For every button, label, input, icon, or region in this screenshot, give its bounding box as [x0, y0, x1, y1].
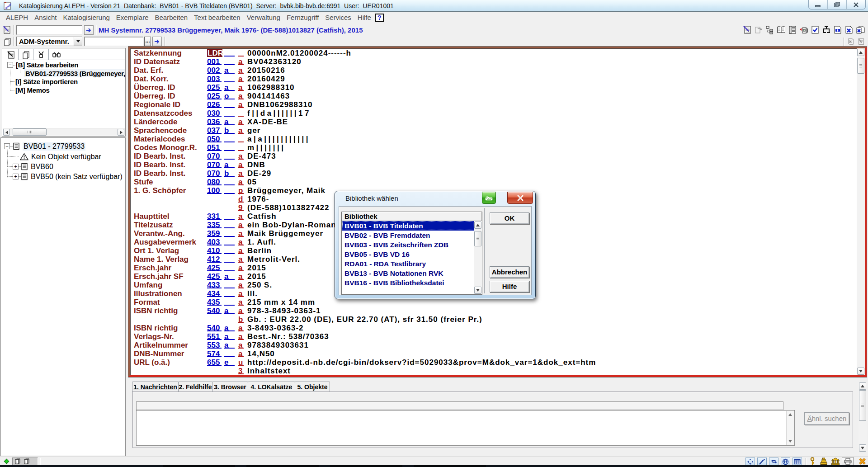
menu-fernzugriff[interactable]: Fernzugriff	[283, 12, 322, 23]
go-button[interactable]	[84, 25, 94, 35]
library-list-item[interactable]: BVB13 - BVB Notationen RVK	[342, 269, 474, 278]
field-indicator[interactable]: o	[224, 92, 235, 99]
subfield-code[interactable]: a	[238, 289, 244, 297]
subfield-code[interactable]	[238, 143, 244, 151]
subfield-code[interactable]: p	[238, 186, 244, 194]
field-indicator[interactable]: a	[224, 83, 235, 91]
field-tag[interactable]: 051	[207, 143, 222, 151]
menu-services[interactable]: Services	[322, 12, 354, 23]
subfield-code[interactable]: a	[238, 83, 244, 91]
field-indicator[interactable]: a	[224, 324, 235, 331]
overview-hscrollbar[interactable]	[3, 128, 125, 136]
field-tag[interactable]: 080	[207, 178, 222, 185]
list-scrollbar[interactable]	[474, 221, 482, 294]
swap-view-icon[interactable]	[769, 458, 778, 466]
field-indicator[interactable]	[224, 221, 235, 228]
field-tag[interactable]: 335	[207, 221, 222, 228]
field-indicator[interactable]: a	[224, 160, 235, 168]
subfield-code[interactable]: a	[238, 221, 244, 228]
menu-exemplare[interactable]: Exemplare	[113, 12, 152, 23]
field-tag[interactable]: 036	[207, 118, 222, 125]
tree-item[interactable]: + BVB50 (kein Satz verfügbar)	[13, 172, 123, 181]
editor-row[interactable]: ID Bearb. Inst.070aaDNB	[130, 160, 857, 169]
field-value[interactable]: Metrolit-Verl.	[247, 255, 300, 264]
field-value[interactable]: 1976-	[247, 195, 269, 203]
push-record-icon[interactable]	[799, 25, 809, 35]
editor-row[interactable]: Artikelnummer553aa9783849303631	[130, 341, 857, 349]
field-tag[interactable]: LDR	[207, 49, 222, 57]
field-tag[interactable]: 002	[207, 66, 222, 74]
editor-row[interactable]: bGb. : EUR 22.00 (DE), EUR 22.70 (AT), s…	[130, 315, 857, 324]
collapse-icon[interactable]: −	[7, 62, 13, 68]
field-value[interactable]: 215 mm x 14 mm	[247, 298, 315, 307]
adm-input[interactable]	[84, 37, 143, 46]
field-value[interactable]: BV042363120	[247, 57, 302, 66]
menu-text-bearbeiten[interactable]: Text bearbeiten	[191, 12, 244, 23]
scroll-up-button[interactable]	[474, 222, 481, 229]
field-tag[interactable]: 025	[207, 83, 222, 91]
field-value[interactable]: ein Bob-Dylan-Roman	[247, 221, 336, 229]
delete-record-icon[interactable]	[844, 25, 854, 35]
printer-button[interactable]	[842, 457, 854, 466]
field-value[interactable]: DE-473	[247, 152, 276, 160]
field-tag[interactable]: 425	[207, 264, 222, 271]
field-value[interactable]: Brüggemeyer, Maik	[247, 186, 326, 195]
menu-ansicht[interactable]: Ansicht	[31, 12, 60, 23]
field-tag[interactable]: 551	[207, 332, 222, 340]
field-indicator[interactable]: b	[224, 169, 235, 177]
field-tag[interactable]: 100	[207, 186, 222, 194]
field-tag[interactable]: 001	[207, 57, 222, 65]
field-indicator[interactable]: a	[224, 307, 235, 314]
field-value[interactable]: 00000nM2.01200024------h	[247, 49, 351, 57]
scroll-thumb[interactable]	[13, 128, 47, 136]
bottom-tab-4[interactable]: 4. LOKalsätze	[248, 382, 295, 392]
subfield-code[interactable]: a	[238, 349, 244, 357]
marc-edit-icon[interactable]	[757, 458, 767, 466]
field-indicator[interactable]	[224, 75, 235, 82]
library-list-item[interactable]: BVB03 - BVB Zeitschriften ZDB	[342, 240, 474, 250]
field-indicator[interactable]	[224, 186, 235, 194]
subfield-code[interactable]: a	[238, 169, 244, 177]
menu-hilfe[interactable]: Hilfe	[354, 12, 374, 23]
expand-icon[interactable]: +	[13, 174, 19, 179]
editor-row[interactable]: ID Bearb. Inst.070baDE-29	[130, 169, 857, 178]
field-indicator[interactable]	[224, 109, 235, 117]
field-value[interactable]: f||da||||||17	[247, 109, 311, 118]
subfield-code[interactable]: a	[238, 272, 244, 280]
expand-icon[interactable]: +	[13, 164, 19, 170]
subfield-code[interactable]: a	[238, 152, 244, 160]
menu-bearbeiten[interactable]: Bearbeiten	[152, 12, 191, 23]
subfield-code[interactable]: a	[238, 160, 244, 168]
field-value[interactable]: 9783849303631	[247, 341, 309, 349]
bottom-tab-5[interactable]: 5. Objekte	[295, 382, 330, 392]
field-value[interactable]: DNB1062988310	[247, 100, 312, 109]
subfield-code[interactable]: a	[238, 75, 244, 82]
field-tag[interactable]: 050	[207, 135, 222, 142]
check-record-icon[interactable]	[810, 25, 820, 35]
field-value[interactable]: Catfish	[247, 212, 277, 221]
subfield-code[interactable]: a	[238, 66, 244, 74]
messages-box[interactable]	[136, 410, 795, 446]
restore-button[interactable]	[828, 0, 847, 9]
library-list-item[interactable]: BVB02 - BVB Fremddaten	[342, 231, 474, 240]
field-indicator[interactable]	[224, 255, 235, 263]
field-tag[interactable]: 025	[207, 92, 222, 99]
editor-row[interactable]: SatzkennungLDR00000nM2.01200024------h	[130, 49, 857, 57]
field-value[interactable]: 250 S.	[247, 281, 272, 289]
field-indicator[interactable]	[224, 238, 235, 245]
scroll-down-button[interactable]	[787, 438, 793, 444]
chevron-down-icon[interactable]	[74, 37, 82, 46]
field-indicator[interactable]: b	[224, 126, 235, 134]
field-indicator[interactable]: a	[224, 118, 235, 125]
field-indicator[interactable]: e	[224, 358, 235, 366]
field-indicator[interactable]: a	[224, 272, 235, 280]
field-tag[interactable]: 403	[207, 238, 222, 245]
field-tag[interactable]: 070	[207, 169, 222, 177]
subfield-code[interactable]: a	[238, 341, 244, 349]
messages-scrollbar[interactable]	[786, 411, 794, 445]
tree-item[interactable]: + BVB60	[13, 162, 53, 171]
field-tag[interactable]: 540	[207, 307, 222, 314]
adm-selector[interactable]: ADM-Systemnr.	[16, 37, 82, 46]
cut-record-tab-icon[interactable]	[36, 50, 46, 60]
subfield-code[interactable]: a	[238, 57, 244, 65]
